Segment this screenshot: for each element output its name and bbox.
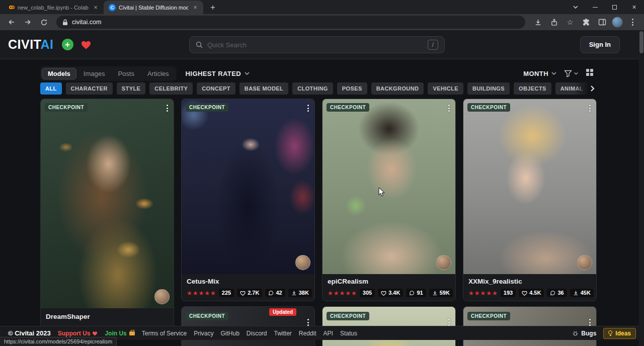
sort-select[interactable]: HIGHEST RATED xyxy=(186,70,250,77)
grid-column: CHECKPOINT DreamShaper xyxy=(40,99,174,334)
extensions-puzzle-icon[interactable] xyxy=(580,16,593,29)
window-close-button[interactable]: × xyxy=(624,0,644,14)
favorites-heart-icon[interactable] xyxy=(80,40,92,50)
category-chip[interactable]: CELEBRITY xyxy=(149,82,193,95)
card-stats: ★★★★★ 305 3.4K 91 xyxy=(328,288,450,298)
footer-link-terms[interactable]: Terms of Service xyxy=(142,330,187,337)
share-icon[interactable] xyxy=(547,16,560,29)
creator-avatar[interactable] xyxy=(577,255,592,270)
profile-avatar[interactable] xyxy=(612,17,623,28)
tab-images[interactable]: Images xyxy=(77,68,111,79)
new-tab-button[interactable]: + xyxy=(206,1,219,14)
comments-chip: 91 xyxy=(406,288,426,298)
rating-stars-icon: ★★★★★ xyxy=(468,290,498,296)
grid-column: CHECKPOINT XXMix_9realistic ★★★★★ 193 4.… xyxy=(463,99,597,346)
model-card-cetus-mix[interactable]: CHECKPOINT Cetus-Mix ★★★★★ 225 2.7K xyxy=(181,99,315,301)
category-chip[interactable]: BACKGROUND xyxy=(371,82,424,95)
model-title: epiCRealism xyxy=(328,277,450,286)
footer-link-privacy[interactable]: Privacy xyxy=(194,330,213,337)
civitai-logo[interactable]: CIVITAI xyxy=(8,37,54,52)
quick-search[interactable]: / xyxy=(189,36,445,53)
create-button[interactable]: + xyxy=(62,39,73,50)
site-header: CIVITAI + / Sign In xyxy=(0,30,644,59)
nav-right-controls: MONTH xyxy=(523,65,594,81)
card-menu-icon[interactable] xyxy=(447,104,451,113)
page-scrollbar[interactable] xyxy=(639,30,644,346)
footer-link-discord[interactable]: Discord xyxy=(247,330,267,337)
creator-avatar[interactable] xyxy=(295,255,310,270)
footer-link-support-us[interactable]: Support Us xyxy=(58,330,98,337)
ideas-button[interactable]: Ideas xyxy=(603,328,636,339)
back-icon[interactable] xyxy=(5,16,18,29)
footer-link-twitter[interactable]: Twitter xyxy=(274,330,292,337)
model-card-dreamshaper[interactable]: CHECKPOINT DreamShaper xyxy=(40,99,174,334)
grid-layout-icon xyxy=(586,68,594,76)
browser-menu-icon[interactable] xyxy=(626,16,639,29)
comment-icon xyxy=(409,290,415,296)
categories-scroll-right-button[interactable] xyxy=(574,82,597,95)
footer-link-api[interactable]: API xyxy=(324,330,333,337)
window-minimize-button[interactable] xyxy=(585,0,605,14)
category-chip[interactable]: OBJECTS xyxy=(514,82,551,95)
grid-column: CHECKPOINT Cetus-Mix ★★★★★ 225 2.7K xyxy=(181,99,315,346)
rating-stars-icon: ★★★★★ xyxy=(328,290,357,296)
status-link-bubble: https://civitai.com/models/25694/epicrea… xyxy=(0,337,117,346)
layout-toggle-button[interactable] xyxy=(586,68,594,78)
browser-tab-civitai[interactable]: C Civitai | Stable Diffusion models, × xyxy=(104,1,203,14)
category-chip[interactable]: BUILDINGS xyxy=(467,82,510,95)
window-controls: × xyxy=(566,0,644,14)
tab-posts[interactable]: Posts xyxy=(112,68,140,79)
search-shortcut-key: / xyxy=(428,40,438,50)
footer-link-github[interactable]: GitHub xyxy=(220,330,239,337)
rating-stars-icon: ★★★★★ xyxy=(187,290,216,296)
model-card-xxmix[interactable]: CHECKPOINT XXMix_9realistic ★★★★★ 193 4.… xyxy=(463,99,597,301)
forward-icon[interactable] xyxy=(21,16,34,29)
tab-close-icon[interactable]: × xyxy=(92,4,100,12)
rating-count: 305 xyxy=(359,288,375,298)
bookmark-star-icon[interactable]: ☆ xyxy=(564,16,577,29)
address-bar[interactable]: civitai.com xyxy=(56,16,525,29)
creator-avatar[interactable] xyxy=(436,255,451,270)
bug-icon xyxy=(572,330,579,336)
category-chip[interactable]: CHARACTER xyxy=(66,82,113,95)
card-menu-icon[interactable] xyxy=(306,104,310,113)
category-chip[interactable]: BASE MODEL xyxy=(239,82,288,95)
sign-in-button[interactable]: Sign In xyxy=(580,36,620,53)
model-card-epicrealism[interactable]: CHECKPOINT epiCRealism ★★★★★ 305 3.4K xyxy=(322,99,456,301)
category-chip[interactable]: STYLE xyxy=(117,82,145,95)
browser-window: new_colab_file.ipynb - Colaborat × C Civ… xyxy=(0,0,644,346)
colab-icon xyxy=(9,6,15,9)
category-chip[interactable]: VEHICLE xyxy=(428,82,463,95)
save-page-icon[interactable] xyxy=(531,16,544,29)
tab-models[interactable]: Models xyxy=(42,68,76,79)
footer-link-reddit[interactable]: Reddit xyxy=(299,330,316,337)
model-type-badge: CHECKPOINT xyxy=(186,103,228,112)
scrollbar-thumb[interactable] xyxy=(639,31,643,53)
window-maximize-button[interactable] xyxy=(605,0,624,14)
tab-close-icon[interactable]: × xyxy=(191,4,199,12)
filter-button[interactable] xyxy=(564,69,579,77)
creator-avatar[interactable] xyxy=(154,289,170,304)
card-menu-icon[interactable] xyxy=(166,104,169,113)
model-title: Cetus-Mix xyxy=(187,277,309,286)
category-chip-all[interactable]: ALL xyxy=(40,82,62,95)
category-chip[interactable]: CLOTHING xyxy=(292,82,333,95)
footer-link-status[interactable]: Status xyxy=(340,330,357,337)
tab-articles[interactable]: Articles xyxy=(141,68,175,79)
chevron-down-icon xyxy=(244,70,250,76)
tab-search-chevron-icon[interactable] xyxy=(566,0,585,14)
search-input[interactable] xyxy=(207,41,423,49)
period-select[interactable]: MONTH xyxy=(523,70,557,77)
reload-icon[interactable] xyxy=(37,16,50,29)
category-chip[interactable]: CONCEPT xyxy=(197,82,235,95)
footer-link-join-us[interactable]: Join Us xyxy=(105,330,134,337)
category-chip[interactable]: POSES xyxy=(337,82,367,95)
model-preview-image xyxy=(182,99,314,274)
updated-badge: Updated xyxy=(269,308,296,316)
browser-tab-colab[interactable]: new_colab_file.ipynb - Colaborat × xyxy=(4,1,104,14)
browser-tab-strip: new_colab_file.ipynb - Colaborat × C Civ… xyxy=(0,0,644,14)
side-panel-icon[interactable] xyxy=(596,16,609,29)
card-menu-icon[interactable] xyxy=(588,104,592,113)
model-type-badge: CHECKPOINT xyxy=(327,312,369,320)
bugs-button[interactable]: Bugs xyxy=(572,330,596,337)
